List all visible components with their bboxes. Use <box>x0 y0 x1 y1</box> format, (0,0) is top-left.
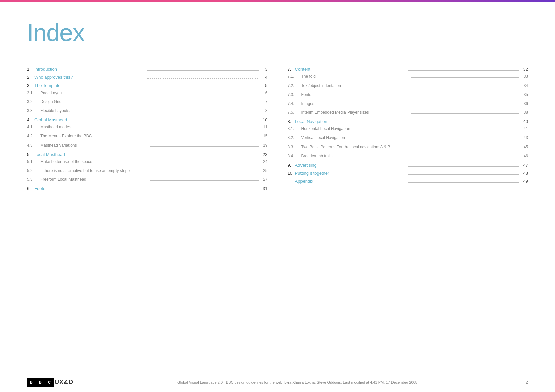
toc-sub-label: Make better use of the space <box>40 159 148 165</box>
toc-group: 8.Local Navigation408.1.Horizontal Local… <box>288 119 528 159</box>
toc-sub-number: 7.2. <box>288 83 301 89</box>
toc-page-number: 32 <box>521 66 528 72</box>
toc-sub-label: Design Grid <box>40 99 148 105</box>
toc-section-label: Advertising <box>295 162 406 168</box>
toc-right-column: 7.Content327.1.The fold337.2.Text/object… <box>288 66 528 194</box>
toc-page-number: 40 <box>521 119 528 125</box>
toc-sub-number: 4.1. <box>27 124 40 130</box>
toc-dots <box>147 156 259 156</box>
toc-page-number: 10 <box>261 117 268 123</box>
toc-sub-page-number: 38 <box>521 110 528 115</box>
toc-sub-number: 7.4. <box>288 101 301 107</box>
toc-sub-item: 4.1.Masthead modes11 <box>27 124 268 130</box>
toc-section-item: 5.Local Masthead23 <box>27 152 268 158</box>
toc-sub-dots <box>150 112 259 112</box>
toc-section-label: Global Masthead <box>34 117 145 123</box>
toc-dots <box>408 123 519 123</box>
page-footer: B B C UX&D Global Visual Language 2.0 - … <box>0 372 555 392</box>
toc-dots <box>408 70 519 71</box>
toc-sub-dots <box>150 163 259 163</box>
toc-sub-page-number: 34 <box>521 83 528 89</box>
toc-section-number: 8. <box>288 119 295 125</box>
toc-container: 1.Introduction32.Who approves this?43.Th… <box>27 66 528 194</box>
page-container: Index 1.Introduction32.Who approves this… <box>0 2 555 221</box>
toc-sub-number: 8.1. <box>288 126 301 132</box>
toc-sub-item: 3.2.Design Grid7 <box>27 99 268 105</box>
toc-sub-page-number: 45 <box>521 144 528 150</box>
toc-sub-number: 4.2. <box>27 133 40 139</box>
toc-sub-item: 7.1.The fold33 <box>288 74 528 79</box>
toc-section-number: 5. <box>27 152 34 158</box>
page-title: Index <box>27 19 528 46</box>
toc-sub-item: 3.1.Page Layout6 <box>27 90 268 96</box>
toc-sub-item: 8.4.Breadcrumb trails46 <box>288 153 528 159</box>
toc-sub-page-number: 41 <box>521 126 528 132</box>
toc-group: 2.Who approves this?4 <box>27 74 268 80</box>
toc-sub-page-number: 43 <box>521 135 528 141</box>
toc-section-number: 3. <box>27 82 34 89</box>
toc-dots <box>408 182 519 183</box>
toc-group: 4.Global Masthead104.1.Masthead modes114… <box>27 117 268 148</box>
toc-sub-page-number: 6 <box>261 90 268 96</box>
toc-group: 1.Introduction3 <box>27 66 268 72</box>
toc-sub-number: 7.3. <box>288 92 301 98</box>
toc-sub-item: 7.5.Interim Embedded Media Player sizes3… <box>288 110 528 115</box>
toc-section-item: 6.Footer31 <box>27 186 268 192</box>
bbc-box-b1: B <box>27 378 36 387</box>
toc-group: 7.Content327.1.The fold337.2.Text/object… <box>288 66 528 115</box>
toc-sub-label: Interim Embedded Media Player sizes <box>301 110 409 115</box>
toc-sub-label: Masthead modes <box>40 124 148 130</box>
toc-section-number: 1. <box>27 66 34 72</box>
toc-section-number: 7. <box>288 66 295 72</box>
toc-sub-label: Vertical Local Navigation <box>301 135 409 141</box>
toc-sub-page-number: 11 <box>261 124 268 130</box>
toc-section-number: 10. <box>288 170 295 176</box>
toc-sub-label: Horizontal Local Navigation <box>301 126 409 132</box>
toc-page-number: 5 <box>261 82 268 89</box>
toc-sub-label: The Menu - Explore the BBC <box>40 133 148 139</box>
toc-sub-label: Text/object indentation <box>301 83 409 89</box>
toc-sub-dots <box>411 105 519 105</box>
footer-description: Global Visual Language 2.0 - BBC design … <box>80 380 515 384</box>
toc-page-number: 23 <box>261 152 268 158</box>
toc-sub-page-number: 24 <box>261 159 268 165</box>
toc-sub-dots <box>150 137 259 137</box>
toc-section-item: 3.The Template5 <box>27 82 268 89</box>
toc-section-label: Introduction <box>34 66 145 72</box>
toc-sub-dots <box>411 139 519 139</box>
toc-dots <box>147 190 259 190</box>
toc-page-number: 31 <box>261 186 268 192</box>
toc-group: 9.Advertising47 <box>288 162 528 168</box>
toc-dots <box>147 121 259 121</box>
toc-sub-dots <box>150 128 259 128</box>
toc-section-item: 1.Introduction3 <box>27 66 268 72</box>
toc-section-number: 2. <box>27 74 34 80</box>
toc-sub-label: Flexible Layouts <box>40 108 148 114</box>
toc-sub-item: 8.1.Horizontal Local Navigation41 <box>288 126 528 132</box>
toc-section-label: Local Masthead <box>34 152 145 158</box>
toc-sub-label: Page Layout <box>40 90 148 96</box>
toc-sub-dots <box>411 87 519 87</box>
toc-sub-number: 3.2. <box>27 99 40 105</box>
toc-sub-dots <box>150 94 259 94</box>
toc-sub-item: 7.3.Fonts35 <box>288 92 528 98</box>
toc-sub-page-number: 33 <box>521 74 528 79</box>
toc-section-item: 2.Who approves this?4 <box>27 74 268 80</box>
toc-page-number: 49 <box>521 178 528 184</box>
toc-group: Appendix49 <box>288 178 528 184</box>
toc-section-label: The Template <box>34 82 145 89</box>
toc-sub-dots <box>150 103 259 103</box>
toc-sub-item: 7.2.Text/object indentation34 <box>288 83 528 89</box>
toc-sub-page-number: 25 <box>261 168 268 174</box>
toc-sub-label: Fonts <box>301 92 409 98</box>
toc-sub-number: 5.1. <box>27 159 40 165</box>
toc-sub-number: 5.3. <box>27 177 40 182</box>
toc-left-column: 1.Introduction32.Who approves this?43.Th… <box>27 66 268 194</box>
toc-sub-item: 8.3.Two Basic Patterns For the local nav… <box>288 144 528 150</box>
toc-sub-dots <box>411 113 519 114</box>
toc-sub-item: 4.2.The Menu - Explore the BBC15 <box>27 133 268 139</box>
toc-group: 10.Putting it together48 <box>288 170 528 176</box>
toc-sub-number: 4.3. <box>27 143 40 148</box>
toc-section-label: Appendix <box>295 178 406 184</box>
toc-sub-number: 5.2. <box>27 168 40 174</box>
